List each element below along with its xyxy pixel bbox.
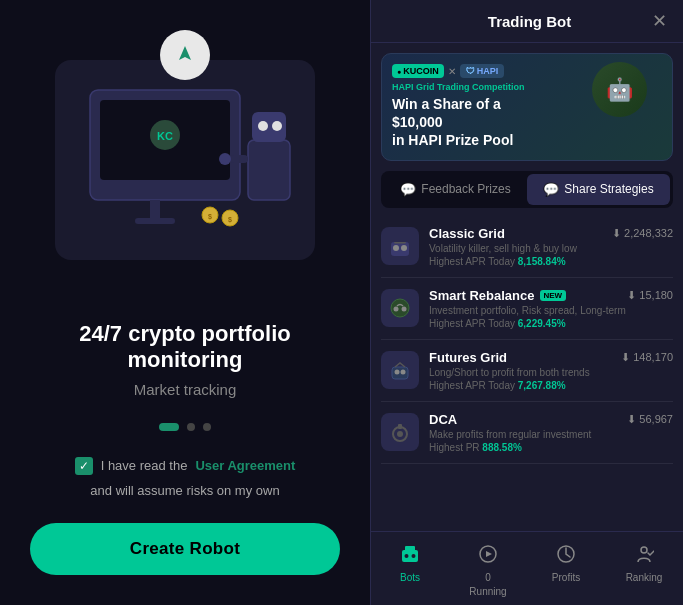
checkbox-text-suffix: and will assume risks on my own xyxy=(90,483,279,498)
classic-grid-apr-value: 8,158.84% xyxy=(518,256,566,267)
robot-illustration: KC $ $ xyxy=(45,30,325,290)
checkbox-text-prefix: I have read the xyxy=(101,458,188,473)
user-agreement-link[interactable]: User Agreement xyxy=(195,458,295,473)
new-badge: NEW xyxy=(540,290,567,301)
nav-item-ranking[interactable]: Ranking xyxy=(605,540,683,601)
futures-grid-header: Futures Grid ⬇ 148,170 xyxy=(429,350,673,365)
robot-bg: KC $ $ xyxy=(55,60,315,260)
classic-grid-info: Classic Grid ⬇ 2,248,332 Volatility kill… xyxy=(429,226,673,267)
svg-point-18 xyxy=(401,245,407,251)
svg-rect-2 xyxy=(150,200,160,220)
cross-icon: ✕ xyxy=(448,66,456,77)
left-panel: KC $ $ 24/7 crypto portfolio monito xyxy=(0,0,370,605)
download-icon-smart: ⬇ xyxy=(627,289,636,302)
right-panel: Trading Bot ✕ KUCOIN ✕ 🛡 HAPI HAPI Grid … xyxy=(370,0,683,605)
running-count: 0 xyxy=(485,572,491,583)
nav-item-bots[interactable]: Bots xyxy=(371,540,449,601)
nav-item-running[interactable]: 0 Running xyxy=(449,540,527,601)
progress-dots xyxy=(159,423,211,431)
svg-rect-30 xyxy=(405,546,415,551)
svg-rect-3 xyxy=(135,218,175,224)
dca-apr-value: 888.58% xyxy=(482,442,521,453)
tab-feedback-label: Feedback Prizes xyxy=(421,182,510,196)
download-icon-futures: ⬇ xyxy=(621,351,630,364)
smart-rebalance-apr-value: 6,229.45% xyxy=(518,318,566,329)
classic-grid-header: Classic Grid ⬇ 2,248,332 xyxy=(429,226,673,241)
bots-icon xyxy=(400,544,420,569)
svg-point-31 xyxy=(405,554,409,558)
strategy-item-dca[interactable]: DCA ⬇ 56,967 Make profits from regular i… xyxy=(381,402,673,464)
svg-point-9 xyxy=(272,121,282,131)
svg-point-25 xyxy=(401,370,406,375)
dca-count: 56,967 xyxy=(639,413,673,425)
futures-grid-count: 148,170 xyxy=(633,351,673,363)
svg-point-11 xyxy=(219,153,231,165)
dot-3 xyxy=(203,423,211,431)
dot-1 xyxy=(159,423,179,431)
futures-grid-apr-value: 7,267.88% xyxy=(518,380,566,391)
running-icon xyxy=(478,544,498,569)
strategy-list: Classic Grid ⬇ 2,248,332 Volatility kill… xyxy=(371,216,683,531)
strategy-item-classic-grid[interactable]: Classic Grid ⬇ 2,248,332 Volatility kill… xyxy=(381,216,673,278)
download-icon-dca: ⬇ xyxy=(627,413,636,426)
create-robot-button[interactable]: Create Robot xyxy=(30,523,340,575)
banner-robot-icon: 🤖 xyxy=(592,62,647,117)
futures-grid-apr: Highest APR Today 7,267.88% xyxy=(429,380,673,391)
futures-grid-downloads: ⬇ 148,170 xyxy=(621,351,673,364)
svg-marker-34 xyxy=(486,551,492,557)
tab-bar: 💬 Feedback Prizes 💬 Share Strategies xyxy=(381,171,673,208)
feedback-icon: 💬 xyxy=(400,182,416,197)
strategy-item-smart-rebalance[interactable]: Smart Rebalance NEW ⬇ 15,180 Investment … xyxy=(381,278,673,340)
smart-rebalance-downloads: ⬇ 15,180 xyxy=(627,289,673,302)
hapi-logo: 🛡 HAPI xyxy=(460,64,505,78)
robot-circle-badge xyxy=(160,30,210,80)
svg-point-21 xyxy=(394,307,399,312)
svg-point-17 xyxy=(393,245,399,251)
svg-rect-19 xyxy=(394,242,406,244)
classic-grid-count: 2,248,332 xyxy=(624,227,673,239)
svg-rect-10 xyxy=(230,155,248,163)
text-section: 24/7 crypto portfolio monitoring Market … xyxy=(30,321,340,398)
smart-rebalance-icon xyxy=(381,289,419,327)
futures-grid-desc: Long/Short to profit from both trends xyxy=(429,367,673,378)
close-button[interactable]: ✕ xyxy=(652,12,667,30)
svg-point-22 xyxy=(402,307,407,312)
nav-item-profits[interactable]: Profits xyxy=(527,540,605,601)
ranking-icon xyxy=(634,544,654,569)
svg-rect-6 xyxy=(248,140,290,200)
svg-rect-23 xyxy=(392,367,408,379)
user-agreement-checkbox[interactable]: ✓ xyxy=(75,457,93,475)
dca-icon xyxy=(381,413,419,451)
svg-rect-29 xyxy=(402,550,418,562)
bots-label: Bots xyxy=(400,572,420,583)
svg-point-27 xyxy=(397,431,403,437)
bottom-nav: Bots 0 Running Profits Ranking xyxy=(371,531,683,605)
classic-grid-icon xyxy=(381,227,419,265)
modal-header: Trading Bot ✕ xyxy=(371,0,683,43)
smart-rebalance-desc: Investment portfolio, Risk spread, Long-… xyxy=(429,305,673,316)
banner-title: Win a Share of a $10,000 in HAPI Prize P… xyxy=(392,95,552,150)
svg-rect-28 xyxy=(398,424,402,429)
smart-rebalance-count: 15,180 xyxy=(639,289,673,301)
svg-point-8 xyxy=(258,121,268,131)
classic-grid-apr: Highest APR Today 8,158.84% xyxy=(429,256,673,267)
futures-grid-name: Futures Grid xyxy=(429,350,507,365)
tab-share-label: Share Strategies xyxy=(564,182,653,196)
promo-banner[interactable]: KUCOIN ✕ 🛡 HAPI HAPI Grid Trading Compet… xyxy=(381,53,673,161)
svg-text:$: $ xyxy=(208,213,212,221)
dca-name: DCA xyxy=(429,412,457,427)
smart-rebalance-name: Smart Rebalance NEW xyxy=(429,288,566,303)
futures-grid-icon xyxy=(381,351,419,389)
dca-desc: Make profits from regular investment xyxy=(429,429,673,440)
tab-feedback[interactable]: 💬 Feedback Prizes xyxy=(384,174,527,205)
sub-text: Market tracking xyxy=(30,381,340,398)
svg-text:KC: KC xyxy=(157,130,173,142)
download-icon-classic: ⬇ xyxy=(612,227,621,240)
modal-title: Trading Bot xyxy=(488,13,571,30)
dca-header: DCA ⬇ 56,967 xyxy=(429,412,673,427)
strategy-item-futures-grid[interactable]: Futures Grid ⬇ 148,170 Long/Short to pro… xyxy=(381,340,673,402)
svg-point-20 xyxy=(391,299,409,317)
tab-share-strategies[interactable]: 💬 Share Strategies xyxy=(527,174,670,205)
svg-text:$: $ xyxy=(228,216,232,224)
robot-svg: KC $ $ xyxy=(70,70,300,250)
